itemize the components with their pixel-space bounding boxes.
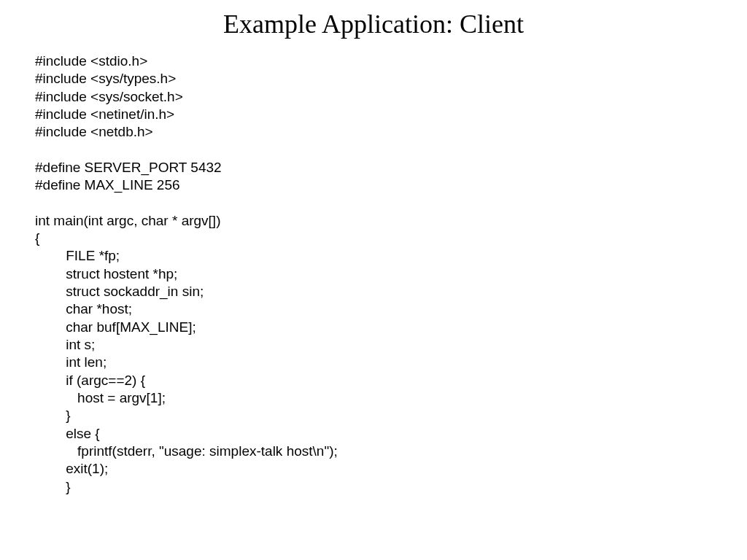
code-block: #include <stdio.h> #include <sys/types.h… — [0, 52, 747, 496]
slide: Example Application: Client #include <st… — [0, 0, 747, 560]
slide-title: Example Application: Client — [0, 9, 747, 39]
